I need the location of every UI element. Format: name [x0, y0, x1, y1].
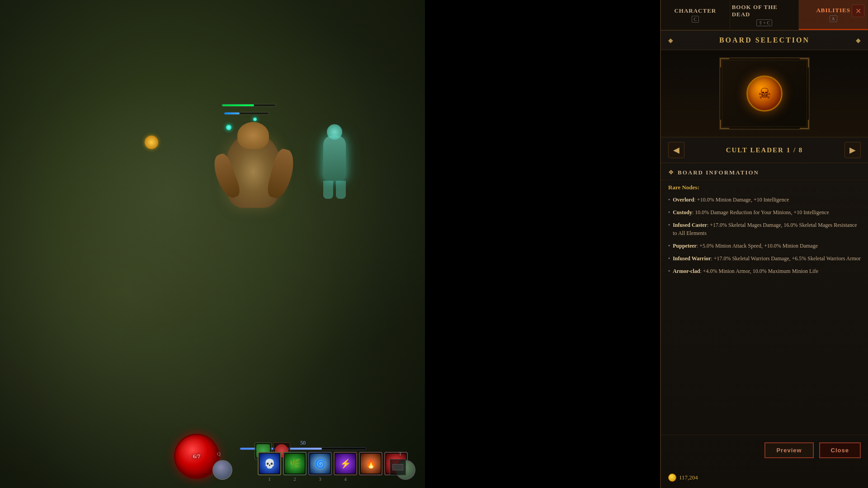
node-item-armor-clad: • Armor-clad: +4.0% Minion Armor, 10.0% … — [668, 267, 861, 275]
skill-key-2: 2 — [293, 476, 296, 482]
board-info-title: BOARD INFORMATION — [678, 169, 759, 176]
node-name-custody: Custody — [673, 209, 692, 216]
board-next-button[interactable]: ▶ — [844, 142, 861, 158]
game-world: 6/7 Q 50 15 💀 1 🌿 2 — [0, 0, 425, 488]
ground-texture — [0, 0, 425, 488]
nav-tabs: CHARACTER C BOOK OF THE DEAD ⇧ + C ABILI… — [661, 0, 868, 31]
small-creature — [145, 136, 158, 149]
tab-character-label: CHARACTER — [674, 7, 716, 14]
node-name-puppeteer: Puppeteer — [673, 243, 697, 249]
utility-slot[interactable] — [390, 459, 406, 475]
action-buttons: Preview Close — [661, 435, 868, 465]
node-desc-custody: : 10.0% Damage Reduction for Your Minion… — [692, 209, 829, 216]
skill-icon-4: ⚡ — [335, 454, 355, 474]
node-desc-overlord: : +10.0% Minion Damage, +10 Intelligence — [694, 197, 789, 203]
tab-book-shortcut: ⇧ + C — [756, 19, 772, 26]
board-info-header: ❖ BOARD INFORMATION — [661, 163, 868, 180]
skill-icon-5: 🔥 — [361, 454, 381, 474]
board-frame: ☠ — [719, 57, 810, 130]
health-value: 6/7 — [193, 453, 201, 460]
corner-br — [800, 120, 809, 129]
side-panel: ✕ CHARACTER C BOOK OF THE DEAD ⇧ + C ABI… — [660, 0, 868, 488]
close-button[interactable]: Close — [819, 442, 861, 458]
skill-key-4: 4 — [344, 476, 347, 482]
close-panel-button[interactable]: ✕ — [852, 5, 864, 17]
corner-tl — [720, 58, 729, 67]
gold-display: 117,204 — [668, 474, 698, 482]
node-name-infused-warrior: Infused Warrior — [673, 255, 711, 262]
node-desc-armor-clad: : +4.0% Minion Armor, 10.0% Maximum Mini… — [700, 268, 818, 274]
tab-character[interactable]: CHARACTER C — [661, 0, 730, 30]
skull-symbol: ☠ — [758, 85, 771, 102]
diamond-left-icon: ◆ — [668, 37, 673, 44]
skill-slot-5[interactable]: 🔥 — [359, 452, 382, 475]
tab-book-of-dead[interactable]: BOOK OF THE DEAD ⇧ + C — [730, 0, 799, 30]
character-portrait-left[interactable] — [212, 460, 232, 480]
node-item-puppeteer: • Puppeteer: +5.0% Minion Attack Speed, … — [668, 242, 861, 250]
float-dot-2 — [253, 117, 257, 121]
board-selection-title: BOARD SELECTION — [719, 36, 810, 44]
corner-bl — [720, 120, 729, 129]
summoned-character — [316, 127, 353, 199]
board-navigation: ◀ CULT LEADER 1 / 8 ▶ — [661, 137, 868, 163]
node-name-overlord: Overlord — [673, 197, 694, 203]
monster-creature — [208, 127, 298, 226]
skill-slot-4[interactable]: ⚡ 4 — [334, 452, 357, 475]
gold-coin-icon — [668, 474, 676, 482]
skill-slot-3[interactable]: 🌀 3 — [308, 452, 332, 475]
board-icon: ☠ — [746, 75, 783, 112]
node-item-custody: • Custody: 10.0% Damage Reduction for Yo… — [668, 208, 861, 216]
board-nav-title: CULT LEADER 1 / 8 — [726, 146, 803, 154]
skill-bar: 💀 1 🌿 2 🌀 3 ⚡ 4 🔥 — [258, 452, 408, 475]
board-prev-button[interactable]: ◀ — [668, 142, 684, 158]
node-item-infused-caster: • Infused Caster: +17.0% Skeletal Mages … — [668, 221, 861, 237]
preview-button[interactable]: Preview — [764, 442, 813, 458]
tab-abilities-shortcut: A — [830, 15, 837, 22]
t-key-label: T — [399, 451, 402, 456]
node-name-armor-clad: Armor-clad — [673, 268, 700, 274]
tab-abilities-label: ABILITIES — [816, 7, 850, 14]
q-key-label: Q — [217, 451, 221, 456]
node-desc-infused-warrior: : +17.0% Skeletal Warriors Damage, +6.5%… — [711, 255, 860, 262]
tab-book-label: BOOK OF THE DEAD — [732, 4, 797, 18]
board-selection-header: ◆ BOARD SELECTION ◆ — [661, 31, 868, 50]
skill-icon-1: 💀 — [259, 454, 279, 474]
node-item-overlord: • Overlord: +10.0% Minion Damage, +10 In… — [668, 196, 861, 204]
skill-icon-3: 🌀 — [310, 454, 330, 474]
node-name-infused-caster: Infused Caster — [673, 222, 707, 228]
monster-health-bar — [222, 104, 276, 107]
gold-amount: 117,204 — [679, 474, 698, 481]
info-bullets-icon: ❖ — [668, 169, 674, 176]
skill-slot-1[interactable]: 💀 1 — [258, 452, 281, 475]
skill-slot-2[interactable]: 🌿 2 — [283, 452, 307, 475]
skill-key-1: 1 — [268, 476, 271, 482]
monster-secondary-health-bar — [224, 112, 269, 115]
node-desc-puppeteer: : +5.0% Minion Attack Speed, +10.0% Mini… — [697, 243, 818, 249]
board-display-area: ☠ — [661, 50, 868, 137]
utility-icon — [392, 464, 403, 470]
corner-tr — [800, 58, 809, 67]
rare-nodes-label: Rare Nodes: — [668, 184, 861, 191]
tab-character-shortcut: C — [692, 16, 699, 23]
board-content-area[interactable]: Rare Nodes: • Overlord: +10.0% Minion Da… — [661, 180, 868, 334]
skill-key-3: 3 — [319, 476, 321, 482]
skill-icon-2: 🌿 — [285, 454, 305, 474]
diamond-right-icon: ◆ — [856, 37, 861, 44]
node-item-infused-warrior: • Infused Warrior: +17.0% Skeletal Warri… — [668, 254, 861, 263]
